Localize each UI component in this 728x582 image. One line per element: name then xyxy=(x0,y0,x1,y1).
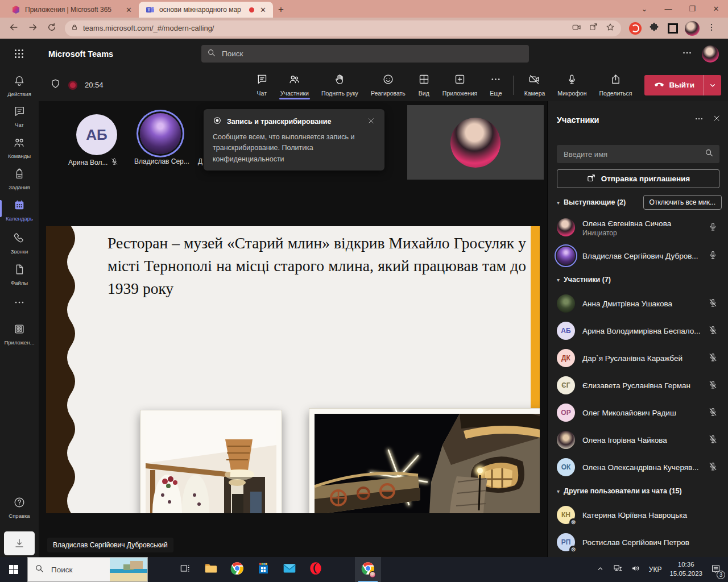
sidebar-item-команды[interactable]: Команды xyxy=(0,136,39,159)
back-icon[interactable] xyxy=(8,22,19,35)
leave-options-chevron-icon[interactable] xyxy=(704,75,721,95)
call-action-чат[interactable]: Чат xyxy=(250,69,274,101)
collapse-triangle-icon[interactable]: ▾ xyxy=(557,199,560,206)
teams-more-icon[interactable] xyxy=(681,47,693,61)
forward-icon[interactable] xyxy=(27,22,39,35)
extension-square-icon[interactable] xyxy=(668,23,678,34)
browser-tab-0[interactable]: Приложения | Microsoft 365✕ xyxy=(5,2,139,18)
taskbar-mail[interactable] xyxy=(276,557,303,582)
participant-tile-avatar-speaking[interactable] xyxy=(140,113,181,154)
camera-permission-icon[interactable] xyxy=(572,22,582,35)
window-minimize-icon[interactable]: — xyxy=(656,5,680,13)
presenter-video-tile[interactable] xyxy=(407,105,544,180)
window-maximize-icon[interactable]: ❐ xyxy=(680,5,704,13)
collapse-triangle-icon[interactable]: ▾ xyxy=(557,277,560,283)
sidebar-item-справка[interactable]: Справка xyxy=(0,496,39,519)
participant-row[interactable]: РП⊗Ростислав Сергійович Петров xyxy=(548,529,728,556)
sidebar-item-more[interactable] xyxy=(0,296,39,311)
mic-on-icon[interactable] xyxy=(708,222,718,234)
sidebar-item-чат[interactable]: Чат xyxy=(0,105,39,128)
download-desktop-app-button[interactable] xyxy=(4,531,35,555)
browser-tab-1[interactable]: Tоснови міжнародного мар✕ xyxy=(139,2,273,18)
share-page-icon[interactable] xyxy=(589,22,598,34)
taskbar-microsoft-store[interactable] xyxy=(250,557,276,582)
taskbar-search-input[interactable] xyxy=(50,565,113,575)
browser-profile-avatar[interactable] xyxy=(685,21,700,36)
search-highlight-image[interactable] xyxy=(110,558,147,582)
volume-icon[interactable] xyxy=(631,563,641,576)
mute-all-button[interactable]: Отключить все мик... xyxy=(643,195,722,210)
reload-icon[interactable] xyxy=(47,22,57,35)
browser-menu-icon[interactable] xyxy=(706,22,717,35)
teams-search-input[interactable] xyxy=(221,49,505,59)
teams-search-box[interactable] xyxy=(201,45,529,63)
mic-off-icon[interactable] xyxy=(708,325,718,337)
call-action-вид[interactable]: Вид xyxy=(412,69,436,101)
send-invite-button[interactable]: Отправка приглашения xyxy=(557,169,719,188)
address-bar[interactable]: teams.microsoft.com/_#/modern-calling/ xyxy=(65,20,621,36)
participant-row[interactable]: ОРОлег Миколайович Радиш xyxy=(548,399,728,426)
participants-section-header[interactable]: ▾Участники (7) xyxy=(548,269,728,290)
taskbar-search-box[interactable] xyxy=(27,557,148,582)
call-action-поделиться[interactable]: Поделиться xyxy=(593,69,639,101)
taskbar-chrome[interactable] xyxy=(224,557,250,582)
bookmark-star-icon[interactable] xyxy=(605,22,615,35)
call-action-приложения[interactable]: Приложения xyxy=(436,69,483,101)
new-tab-button[interactable]: + xyxy=(273,2,289,18)
teams-profile-avatar[interactable] xyxy=(702,45,719,63)
taskbar-file-explorer[interactable] xyxy=(198,557,224,582)
participant-row[interactable]: ДКДар`я Русланівна Каражбей xyxy=(548,344,728,372)
sidebar-item-файлы[interactable]: Файлы xyxy=(0,263,39,286)
collapse-triangle-icon[interactable]: ▾ xyxy=(557,488,560,494)
participant-row[interactable]: ЄГЄлизавета Русланівна Герман xyxy=(548,372,728,399)
call-action-еще[interactable]: Еще xyxy=(483,69,508,101)
call-action-участники[interactable]: Участники xyxy=(274,69,315,101)
extension-target-icon[interactable] xyxy=(629,22,642,35)
tray-chevron-up-icon[interactable] xyxy=(596,564,605,575)
participants-close-icon[interactable] xyxy=(712,114,721,126)
participants-search-input[interactable] xyxy=(562,149,705,159)
call-action-поднять-руку[interactable]: Поднять руку xyxy=(315,69,365,101)
mic-off-icon[interactable] xyxy=(708,380,718,392)
clock[interactable]: 10:36 15.05.2023 xyxy=(669,560,702,578)
window-close-icon[interactable]: ✕ xyxy=(704,5,728,13)
action-center-icon[interactable]: 3 xyxy=(710,563,721,576)
participants-section-header[interactable]: ▾Другие пользователи из чата (15) xyxy=(548,481,728,501)
participant-row[interactable]: Владислав Сергійович Дубров... xyxy=(548,242,728,269)
participant-row[interactable]: КН⊗Катерина Юріївна Навроцька xyxy=(548,501,728,529)
tab-close-icon[interactable]: ✕ xyxy=(125,6,133,14)
participants-more-icon[interactable] xyxy=(694,114,704,126)
call-action-микрофон[interactable]: Микрофон xyxy=(551,69,593,101)
call-action-камера[interactable]: Камера xyxy=(518,69,552,101)
network-icon[interactable] xyxy=(613,563,623,576)
taskbar-opera[interactable] xyxy=(303,557,329,582)
sidebar-item-действия[interactable]: Действия xyxy=(0,74,39,97)
notification-close-icon[interactable] xyxy=(367,117,375,127)
extensions-puzzle-icon[interactable] xyxy=(648,22,660,35)
mic-off-icon[interactable] xyxy=(708,352,718,364)
language-indicator[interactable]: УКР xyxy=(649,566,662,573)
window-menu-chevron-icon[interactable]: ⌄ xyxy=(632,5,656,13)
participant-row[interactable]: Олена Євгенівна СичоваИнициатор xyxy=(548,213,728,242)
mic-off-icon[interactable] xyxy=(708,298,718,310)
participant-row[interactable]: АБАрина Володимирівна Беспало... xyxy=(548,317,728,344)
leave-button[interactable]: Выйти xyxy=(644,75,722,95)
sidebar-item-звонки[interactable]: Звонки xyxy=(0,232,39,255)
participants-section-header[interactable]: ▾Выступающие (2)Отключить все мик... xyxy=(548,192,728,213)
sidebar-item-задания[interactable]: Задания xyxy=(0,168,39,190)
participant-tile-avatar[interactable]: АБ xyxy=(76,114,117,155)
mic-on-icon[interactable] xyxy=(708,250,718,262)
participant-row[interactable]: Олена Ігорівна Чайкова xyxy=(548,426,728,454)
taskbar-task-view[interactable] xyxy=(172,557,198,582)
sidebar-item-приложен-[interactable]: Приложен... xyxy=(0,323,39,346)
waffle-icon[interactable] xyxy=(15,49,23,58)
participants-search-box[interactable] xyxy=(557,145,719,163)
participant-row[interactable]: Анна Дмитрівна Ушакова xyxy=(548,290,728,317)
call-action-реагировать[interactable]: Реагировать xyxy=(365,69,412,101)
mic-off-icon[interactable] xyxy=(708,407,718,419)
taskbar-chrome-profile-active[interactable] xyxy=(355,557,381,582)
mic-off-icon[interactable] xyxy=(708,462,718,473)
start-button[interactable] xyxy=(0,557,27,582)
participant-row[interactable]: ОКОлена Олександрівна Кучеряв... xyxy=(548,454,728,481)
mic-off-icon[interactable] xyxy=(708,434,718,446)
